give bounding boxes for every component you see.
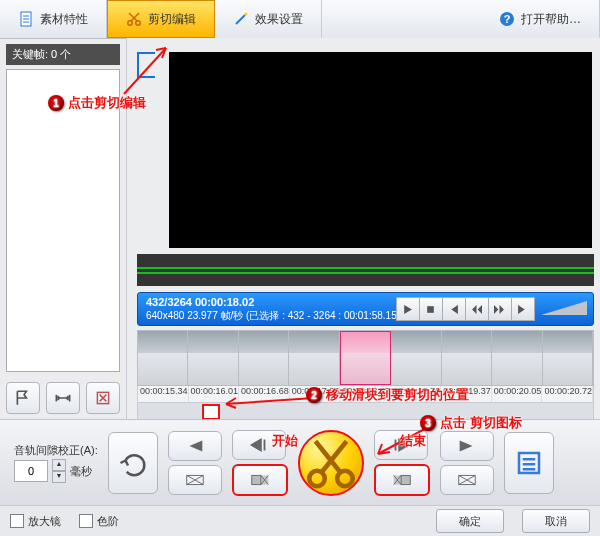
- timeline-slider[interactable]: [137, 403, 594, 420]
- tab-label: 素材特性: [40, 11, 88, 28]
- tab-cut-edit[interactable]: 剪切编辑: [107, 0, 215, 38]
- filmstrip[interactable]: [137, 330, 594, 386]
- mark-end-button[interactable]: [374, 464, 430, 496]
- mark-start-button[interactable]: [232, 464, 288, 496]
- frame-thumb[interactable]: [442, 331, 492, 385]
- frame-thumb[interactable]: [391, 331, 441, 385]
- audio-gap-spinner[interactable]: ▲▼: [52, 459, 66, 483]
- left-buttons: [0, 376, 126, 420]
- play-button[interactable]: [396, 297, 420, 321]
- list-button[interactable]: [504, 432, 554, 494]
- bracket-icon: [137, 52, 155, 78]
- playback-controls: [397, 293, 587, 325]
- slider-handle[interactable]: [202, 404, 220, 420]
- top-tabs: 素材特性 剪切编辑 效果设置 ? 打开帮助…: [0, 0, 600, 39]
- scissors-icon: [126, 11, 142, 27]
- ruler-tick: 00:00:19.37: [441, 386, 492, 402]
- cancel-button[interactable]: 取消: [522, 509, 590, 533]
- step-forward-button[interactable]: [374, 430, 428, 460]
- stop-button[interactable]: [419, 297, 443, 321]
- frame-thumb[interactable]: [492, 331, 542, 385]
- cut-button[interactable]: [298, 430, 364, 496]
- right-panel: 432/3264 00:00:18.02 640x480 23.977 帧/秒 …: [127, 38, 600, 420]
- playback-info-text: 432/3264 00:00:18.02 640x480 23.977 帧/秒 …: [138, 294, 408, 323]
- wand-icon: [233, 11, 249, 27]
- ok-button[interactable]: 确定: [436, 509, 504, 533]
- svg-point-19: [309, 471, 325, 487]
- volume-slider[interactable]: [541, 299, 587, 319]
- stretch-button[interactable]: [46, 382, 80, 414]
- jump-to-end-button[interactable]: [440, 431, 494, 461]
- ruler-tick: 00:00:16.01: [189, 386, 240, 402]
- step-fwd-group: [374, 430, 430, 496]
- ruler-tick: 00:00:18.70: [391, 386, 442, 402]
- rewind-button[interactable]: [465, 297, 489, 321]
- help-icon: ?: [499, 11, 515, 27]
- svg-text:?: ?: [504, 13, 511, 25]
- svg-rect-17: [251, 475, 260, 484]
- svg-point-9: [245, 13, 248, 16]
- main-area: 关键帧: 0 个 432/3264 00:00:18.02 640x480 23…: [0, 38, 600, 420]
- frame-thumb-selected[interactable]: [340, 331, 391, 385]
- step-back-button[interactable]: [232, 430, 286, 460]
- set-start-button[interactable]: [168, 465, 222, 495]
- levels-checkbox[interactable]: 色阶: [79, 514, 119, 529]
- delete-button[interactable]: [86, 382, 120, 414]
- tab-material[interactable]: 素材特性: [0, 0, 107, 38]
- next-keyframe-button[interactable]: [511, 297, 535, 321]
- tab-help[interactable]: ? 打开帮助…: [481, 0, 600, 38]
- jump-to-start-button[interactable]: [168, 431, 222, 461]
- checkbox-label: 色阶: [97, 514, 119, 529]
- prev-keyframe-button[interactable]: [442, 297, 466, 321]
- tab-label: 剪切编辑: [148, 11, 196, 28]
- undo-button[interactable]: [108, 432, 158, 494]
- audio-gap-input[interactable]: [14, 460, 48, 482]
- ruler-tick: 00:00:15.34: [138, 386, 189, 402]
- step-back-group: [232, 430, 288, 496]
- frame-time-label: 432/3264 00:00:18.02: [146, 296, 400, 309]
- audio-gap-unit: 毫秒: [70, 464, 92, 479]
- svg-line-8: [236, 15, 245, 24]
- audio-gap-label: 音轨间隙校正(A):: [14, 443, 98, 458]
- ruler-tick: 00:00:20.72: [542, 386, 593, 402]
- video-preview[interactable]: [169, 52, 592, 248]
- scissors-icon: [300, 432, 362, 494]
- audio-gap-group: 音轨间隙校正(A): ▲▼ 毫秒: [14, 443, 98, 483]
- tab-label: 打开帮助…: [521, 11, 581, 28]
- forward-button[interactable]: [488, 297, 512, 321]
- footer: 放大镜 色阶 确定 取消: [0, 505, 600, 536]
- ruler-tick: 00:00:18.03: [340, 386, 391, 402]
- frame-thumb[interactable]: [543, 331, 593, 385]
- mark-in-group: [168, 431, 222, 495]
- video-meta-label: 640x480 23.977 帧/秒 (已选择 : 432 - 3264 : 0…: [146, 310, 400, 322]
- svg-rect-15: [428, 306, 435, 313]
- page-icon: [18, 11, 34, 27]
- frame-thumb[interactable]: [138, 331, 188, 385]
- magnifier-checkbox[interactable]: 放大镜: [10, 514, 61, 529]
- time-ruler: 00:00:15.34 00:00:16.01 00:00:16.68 00:0…: [137, 386, 594, 403]
- left-panel: 关键帧: 0 个: [0, 38, 127, 420]
- mark-out-group: [440, 431, 494, 495]
- tab-effects[interactable]: 效果设置: [215, 0, 322, 38]
- frame-thumb[interactable]: [188, 331, 238, 385]
- checkbox-label: 放大镜: [28, 514, 61, 529]
- playback-info-bar: 432/3264 00:00:18.02 640x480 23.977 帧/秒 …: [137, 292, 594, 326]
- bottom-toolbar: 音轨间隙校正(A): ▲▼ 毫秒: [0, 419, 600, 506]
- svg-rect-23: [401, 475, 410, 484]
- ruler-tick: 00:00:17.36: [290, 386, 341, 402]
- keyframe-list[interactable]: [6, 69, 120, 372]
- svg-point-20: [337, 471, 353, 487]
- ruler-tick: 00:00:16.68: [239, 386, 290, 402]
- set-end-button[interactable]: [440, 465, 494, 495]
- preview-area: [127, 38, 600, 248]
- audio-waveform[interactable]: [137, 254, 594, 286]
- frame-thumb[interactable]: [289, 331, 339, 385]
- keyframe-count-label: 关键帧: 0 个: [6, 44, 120, 65]
- flag-button[interactable]: [6, 382, 40, 414]
- frame-thumb[interactable]: [239, 331, 289, 385]
- ruler-tick: 00:00:20.05: [492, 386, 543, 402]
- tab-label: 效果设置: [255, 11, 303, 28]
